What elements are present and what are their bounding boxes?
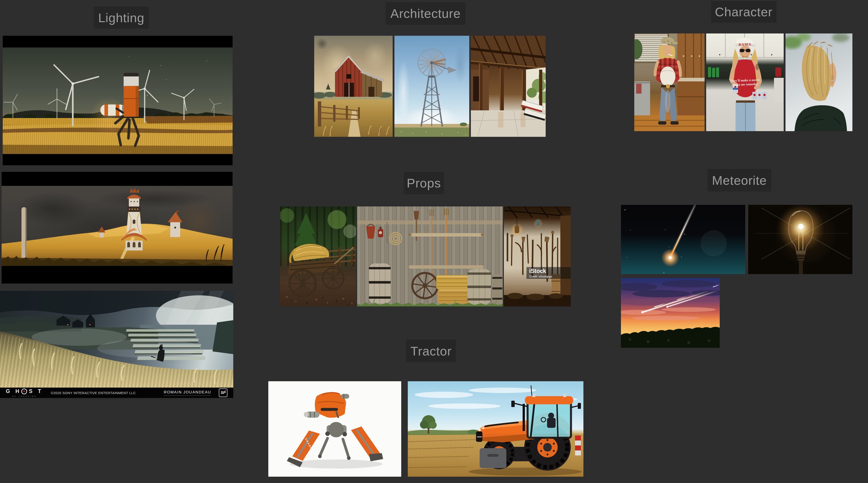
istock-brand: iStock <box>529 268 568 274</box>
image-meteor-streak-night[interactable] <box>621 205 745 274</box>
barrels <box>369 264 502 305</box>
redneck-art <box>634 33 705 131</box>
ghost-crest-icon <box>21 389 27 394</box>
image-kubota-field-tractor[interactable] <box>408 381 583 477</box>
ghost-credits-bar: G H S T OF TSUSHIMA ©2020 SONY INTERACTI… <box>0 388 233 398</box>
barn-wall-art <box>357 207 503 306</box>
harvester-robot <box>100 73 139 146</box>
sunset-meteors-art <box>621 278 720 348</box>
barn-art <box>314 36 393 137</box>
cart <box>288 244 353 297</box>
spider-robot-art <box>268 381 401 477</box>
image-bama-mullet-guy[interactable]: BAMA They'll make a movie about me somed… <box>706 33 784 131</box>
hay-bales <box>436 275 472 304</box>
image-meteor-shower-sunset[interactable] <box>621 278 720 348</box>
cap-text: BAMA <box>739 42 751 47</box>
ghost-logo-st: S T <box>29 389 43 394</box>
reference-board-app: { "app": { "name": "Reference board canv… <box>0 0 868 483</box>
ghost-scene-art <box>0 291 233 388</box>
image-antique-tool-shed[interactable]: iStock Credit: visualgiga <box>504 207 571 306</box>
tool-shed-art <box>504 207 571 306</box>
redneck-figure <box>655 37 680 125</box>
istock-watermark: iStock Credit: visualgiga <box>526 267 571 279</box>
artist-name: ROMAIN JOUANDEAU <box>164 390 211 396</box>
image-redneck-costume[interactable] <box>634 33 705 131</box>
sp-logo-text: SP <box>221 391 225 395</box>
copyright-text: ©2020 SONY INTERACTIVE ENTERTAINMENT LLC <box>51 391 136 395</box>
image-orange-spider-robot[interactable]: SHARP <box>268 381 401 477</box>
windmill-structure <box>418 49 457 127</box>
artist-watermark: JOUANDEAU 2019 <box>175 382 226 385</box>
ghost-logo-gh: G H <box>6 389 21 394</box>
six-pack <box>752 91 767 99</box>
board-label-props[interactable]: Props <box>404 172 444 194</box>
image-ghost-of-tsushima-key-art[interactable]: JOUANDEAU 2019 G H S T OF TSUSHIMA ©2020… <box>0 291 233 398</box>
hay-cart-art <box>280 207 356 306</box>
barn-building <box>334 55 384 97</box>
image-farm-windmill[interactable] <box>395 36 469 137</box>
board-label-lighting[interactable]: Lighting <box>94 6 149 29</box>
harvester-scene-art <box>3 48 232 154</box>
marker-board <box>575 435 581 455</box>
board-label-character[interactable]: Character <box>711 1 776 23</box>
istock-credit: Credit: visualgiga <box>529 275 552 278</box>
meteor-night-art <box>621 205 745 274</box>
ghost-logo-subtitle: OF TSUSHIMA <box>12 395 37 397</box>
image-barn-wall-tools[interactable] <box>357 207 503 306</box>
wagon-wheel <box>411 271 439 300</box>
image-wooden-hay-cart[interactable] <box>280 207 356 306</box>
cab <box>528 402 571 438</box>
board-label-meteorite[interactable]: Meteorite <box>708 169 771 191</box>
windmill-art <box>395 36 469 137</box>
image-white-tower-golden-hill[interactable] <box>2 172 232 283</box>
village <box>57 314 95 327</box>
sp-logo: SP <box>219 389 227 397</box>
image-robot-harvester-windfarm[interactable] <box>3 36 232 165</box>
image-glowing-light-bulb[interactable] <box>748 205 852 274</box>
shirt-text: They'll make a movie about me someday <box>727 78 763 87</box>
right-leg <box>351 426 383 461</box>
image-red-barn[interactable] <box>314 36 393 137</box>
pavilion-art <box>471 36 546 137</box>
image-timber-pavilion[interactable] <box>471 36 546 137</box>
board-label-tractor[interactable]: Tractor <box>406 340 456 362</box>
kubota-art <box>408 381 583 477</box>
tractor <box>475 385 581 471</box>
robot-head <box>304 392 349 418</box>
tower-scene-art <box>2 186 232 266</box>
board-label-architecture[interactable]: Architecture <box>385 2 465 25</box>
image-mullet-back-view[interactable] <box>785 33 852 131</box>
bulb-art <box>748 205 852 274</box>
mullet-art <box>785 33 852 131</box>
ghost-logo: G H S T OF TSUSHIMA <box>6 389 43 397</box>
